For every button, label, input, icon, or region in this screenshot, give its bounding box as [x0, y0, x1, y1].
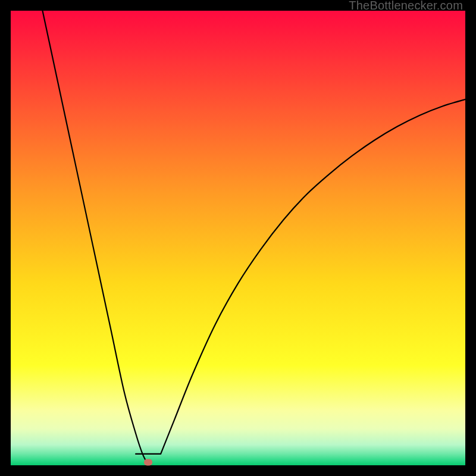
chart-frame: [11, 11, 465, 465]
notch-marker: [144, 459, 152, 466]
chart-curve: [11, 11, 465, 465]
